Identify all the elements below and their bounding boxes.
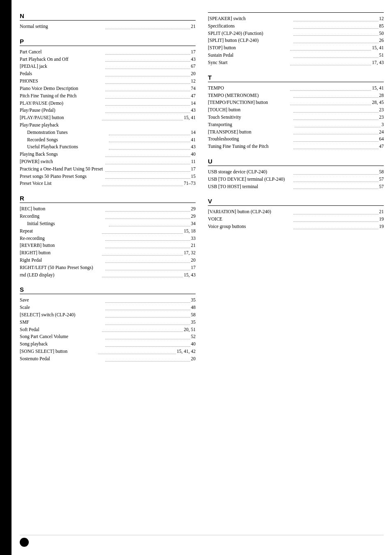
- entry-label: Play/Pause (Pedal): [20, 107, 104, 114]
- entry-page: 15, 41: [372, 85, 384, 92]
- section-divider: [208, 12, 384, 13]
- entry-page: 12: [379, 15, 384, 23]
- entry-page: 15, 43: [184, 272, 196, 279]
- entry-label: Tuning Fine Tuning of the Pitch: [208, 143, 293, 150]
- section-divider: [208, 166, 384, 166]
- index-entry: VOICE19: [208, 216, 384, 223]
- entry-dots: [105, 107, 190, 113]
- index-entry: [RIGHT] button17, 32: [20, 249, 196, 257]
- entry-dots: [105, 311, 190, 318]
- entry-dots: [293, 92, 378, 98]
- index-entry: Preset Voice List71–73: [20, 180, 196, 187]
- entry-page: 15, 41: [372, 44, 384, 52]
- section-letter: S: [20, 286, 196, 293]
- entry-page: 41: [191, 136, 196, 144]
- entry-page: 57: [379, 176, 384, 183]
- entry-dots: [295, 121, 380, 127]
- entry-page: 58: [379, 168, 384, 176]
- entry-dots: [293, 216, 378, 222]
- entry-page: 43: [191, 56, 196, 63]
- index-entry: PHONES12: [20, 78, 196, 85]
- entry-dots: [105, 151, 190, 157]
- entry-dots: [102, 272, 183, 278]
- entry-page: 17: [191, 264, 196, 272]
- entry-label: [RIGHT] button: [20, 249, 101, 257]
- index-entry: Play/Pause playback: [20, 122, 196, 129]
- entry-label: Recorded Songs: [27, 136, 108, 144]
- entry-label: SPLIT (CLP-240) (Function): [208, 30, 293, 37]
- index-entry: Demonstration Tunes14: [20, 129, 196, 136]
- entry-dots: [105, 355, 190, 362]
- index-entry: PLAY/PAUSE (Demo)14: [20, 100, 196, 107]
- index-entry: Repeat15, 18: [20, 228, 196, 235]
- entry-dots: [293, 143, 378, 149]
- index-entry: Transporting3: [208, 121, 384, 129]
- entry-dots: [105, 173, 190, 179]
- entry-label: VOICE: [208, 216, 293, 223]
- entry-page: 14: [191, 100, 196, 107]
- entry-dots: [293, 37, 378, 43]
- index-entry: [PEDAL] jack67: [20, 63, 196, 70]
- entry-dots: [293, 136, 378, 142]
- entry-label: [SONG SELECT] button: [20, 348, 97, 355]
- index-section: [SPEAKER] switch12Specifications85SPLIT …: [208, 12, 384, 67]
- index-entry: Voice group buttons19: [208, 223, 384, 230]
- index-section: SSave35Scale48[SELECT] switch (CLP-240)5…: [20, 286, 196, 362]
- entry-dots: [105, 23, 190, 29]
- entry-page: 40: [191, 341, 196, 348]
- entry-label: Song Part Cancel Volume: [20, 333, 104, 341]
- index-entry: Troubleshooting64: [208, 136, 384, 143]
- entry-dots: [105, 257, 190, 263]
- entry-page: 43: [191, 143, 196, 151]
- entry-page: 47: [379, 143, 384, 150]
- entry-page: 12: [191, 78, 196, 85]
- entry-label: [REVERB] button: [20, 242, 104, 249]
- index-entry: Song playback40: [20, 341, 196, 348]
- entry-dots: [105, 48, 190, 55]
- entry-label: [SPLIT] button (CLP-240): [208, 37, 293, 44]
- index-entry: Initial Settings34: [20, 220, 196, 228]
- index-entry: [SPLIT] button (CLP-240)26: [208, 37, 384, 44]
- entry-label: Play/Pause playback: [20, 122, 196, 129]
- entry-label: [VARIATION] button (CLP-240): [208, 208, 293, 216]
- entry-page: 29: [191, 213, 196, 220]
- entry-dots: [293, 168, 378, 175]
- entry-label: Sustain Pedal: [208, 52, 293, 59]
- index-entry: USB [TO HOST] terminal57: [208, 183, 384, 191]
- index-entry: [SELECT] switch (CLP-240)58: [20, 311, 196, 319]
- page-number: [20, 538, 29, 547]
- entry-label: [REC] button: [20, 205, 104, 213]
- entry-page: 58: [191, 311, 196, 319]
- entry-dots: [293, 23, 378, 29]
- index-entry: [POWER] switch11: [20, 158, 196, 166]
- entry-label: [TOUCH] button: [208, 106, 293, 114]
- entry-label: Preset songs 50 Piano Preset Songs: [20, 173, 104, 180]
- section-letter: R: [20, 195, 196, 202]
- index-entry: Soft Pedal20, 51: [20, 326, 196, 334]
- entry-label: [SELECT] switch (CLP-240): [20, 311, 104, 319]
- entry-dots: [105, 166, 190, 172]
- index-entry: [TEMPO/FUNCTION#] button28, 45: [208, 99, 384, 106]
- entry-dots: [290, 85, 371, 91]
- entry-dots: [109, 143, 190, 150]
- entry-page: 15, 41: [184, 114, 196, 122]
- entry-label: TEMPO: [208, 85, 289, 92]
- entry-dots: [293, 106, 378, 113]
- entry-label: Right Pedal: [20, 257, 104, 264]
- index-section: V[VARIATION] button (CLP-240)21VOICE19Vo…: [208, 198, 384, 230]
- index-entry: Pitch Fine Tuning of the Pitch47: [20, 92, 196, 100]
- side-tab: [0, 0, 12, 555]
- entry-dots: [290, 99, 371, 105]
- index-entry: [TOUCH] button23: [208, 106, 384, 114]
- entry-page: 19: [379, 223, 384, 230]
- entry-label: Pedals: [20, 70, 104, 78]
- entry-label: PHONES: [20, 78, 104, 85]
- index-entry: SMF35: [20, 319, 196, 326]
- entry-label: Sync Start: [208, 59, 289, 67]
- entry-dots: [105, 100, 190, 106]
- entry-label: Useful Playback Functions: [27, 143, 108, 151]
- index-entry: Piano Voice Demo Description74: [20, 85, 196, 92]
- entry-dots: [293, 176, 378, 182]
- index-entry: Preset songs 50 Piano Preset Songs15: [20, 173, 196, 180]
- entry-dots: [105, 78, 190, 84]
